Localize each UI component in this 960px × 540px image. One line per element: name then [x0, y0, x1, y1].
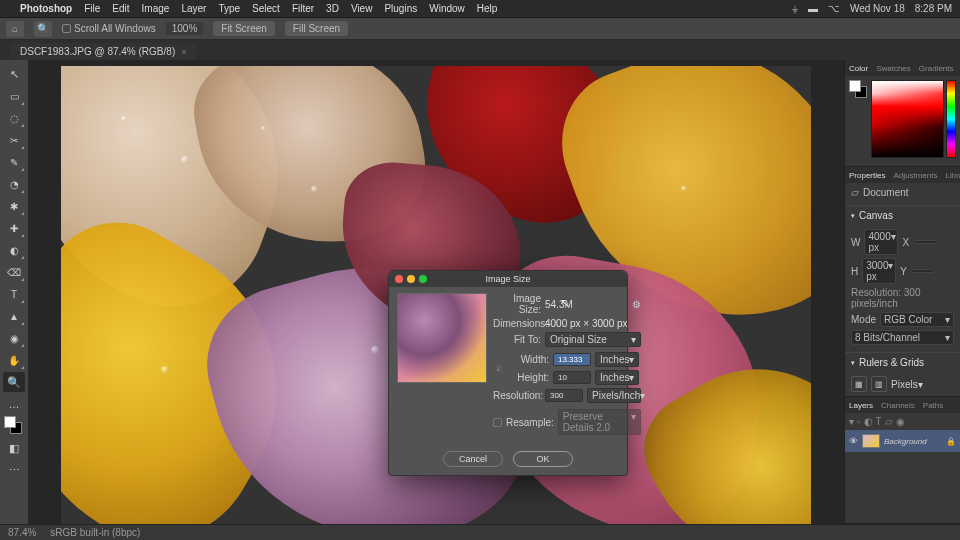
menu-help[interactable]: Help — [477, 3, 498, 14]
crop-tool[interactable]: ✂ — [3, 130, 25, 150]
battery-icon[interactable]: ▬ — [808, 3, 818, 14]
menu-edit[interactable]: Edit — [112, 3, 129, 14]
layer-filter-bar[interactable]: ▾▫◐T▱◉ — [845, 413, 960, 430]
status-date[interactable]: Wed Nov 18 — [850, 3, 905, 14]
layer-thumbnail[interactable] — [862, 434, 880, 448]
lasso-tool[interactable]: ◌ — [3, 108, 25, 128]
zoom-tool[interactable]: 🔍 — [3, 372, 25, 392]
home-icon[interactable]: ⌂ — [6, 21, 24, 37]
lock-icon[interactable]: 🔒 — [946, 437, 956, 446]
marquee-tool[interactable]: ▭ — [3, 86, 25, 106]
layer-row-background[interactable]: 👁 Background 🔒 — [845, 430, 960, 452]
width-input[interactable]: 13.333 — [553, 353, 591, 366]
x-label: X — [902, 237, 909, 248]
gradient-tool[interactable]: ◐ — [3, 240, 25, 260]
menu-filter[interactable]: Filter — [292, 3, 314, 14]
resolution-input[interactable]: 300 — [545, 389, 583, 402]
menu-window[interactable]: Window — [429, 3, 465, 14]
close-window-icon[interactable] — [395, 275, 403, 283]
cancel-button[interactable]: Cancel — [443, 451, 503, 467]
close-tab-icon[interactable]: × — [181, 47, 186, 57]
minimize-window-icon[interactable] — [407, 275, 415, 283]
grid-icon[interactable]: ▥ — [871, 376, 887, 392]
status-zoom[interactable]: 87.4% — [8, 527, 36, 538]
pen-tool[interactable]: ▲ — [3, 306, 25, 326]
menu-3d[interactable]: 3D — [326, 3, 339, 14]
menu-image[interactable]: Image — [142, 3, 170, 14]
menu-file[interactable]: File — [84, 3, 100, 14]
color-panel: Color Swatches Gradients Patterns — [845, 60, 960, 167]
shape-tool[interactable]: ◉ — [3, 328, 25, 348]
width-unit-select[interactable]: Inches▾ — [595, 352, 639, 367]
chevron-down-icon[interactable]: ▾ — [851, 212, 855, 220]
document-tab-label: DSCF1983.JPG @ 87.4% (RGB/8) — [20, 46, 175, 57]
move-tool[interactable]: ↖ — [3, 64, 25, 84]
dialog-preview — [397, 293, 487, 383]
color-field[interactable] — [871, 80, 944, 158]
ruler-unit-select[interactable]: Pixels▾ — [891, 379, 941, 390]
spot-heal-tool[interactable]: ◔ — [3, 174, 25, 194]
width-label: Width: — [507, 354, 549, 365]
tab-color[interactable]: Color — [849, 64, 868, 73]
canvas-height-input[interactable]: 3000 px▾ — [862, 258, 896, 284]
fill-screen-button[interactable]: Fill Screen — [285, 21, 348, 36]
wifi-icon[interactable]: ⏚ — [792, 3, 798, 14]
hue-slider[interactable] — [946, 80, 956, 158]
quick-mask-icon[interactable]: ◧ — [3, 438, 25, 458]
rulers-icon[interactable]: ▦ — [851, 376, 867, 392]
gear-icon[interactable]: ⚙ — [632, 299, 641, 310]
eyedropper-tool[interactable]: ✎ — [3, 152, 25, 172]
clone-stamp-tool[interactable]: ✚ — [3, 218, 25, 238]
layer-name[interactable]: Background — [884, 437, 927, 446]
tools-palette: ↖ ▭ ◌ ✂ ✎ ◔ ✱ ✚ ◐ ⌫ T ▲ ◉ ✋ 🔍 … ◧ ⋯ — [0, 60, 28, 524]
scroll-all-windows-checkbox[interactable]: Scroll All Windows — [62, 23, 156, 34]
tab-libraries[interactable]: Libraries — [946, 171, 961, 180]
tab-gradients[interactable]: Gradients — [919, 64, 954, 73]
chevron-down-icon: ▾ — [629, 372, 634, 383]
hand-tool[interactable]: ✋ — [3, 350, 25, 370]
tab-swatches[interactable]: Swatches — [876, 64, 911, 73]
fit-screen-button[interactable]: Fit Screen — [213, 21, 275, 36]
screen-mode-icon[interactable]: ⋯ — [3, 460, 25, 480]
ok-button[interactable]: OK — [513, 451, 573, 467]
dialog-titlebar[interactable]: Image Size — [389, 271, 627, 287]
tab-channels[interactable]: Channels — [881, 401, 915, 410]
canvas-x-input[interactable] — [913, 240, 937, 244]
zoom-window-icon[interactable] — [419, 275, 427, 283]
canvas-y-input[interactable] — [911, 269, 935, 273]
status-profile[interactable]: sRGB built-in (8bpc) — [50, 527, 140, 538]
fit-to-select[interactable]: Original Size▾ — [545, 332, 641, 347]
tab-layers[interactable]: Layers — [849, 401, 873, 410]
menu-plugins[interactable]: Plugins — [384, 3, 417, 14]
tab-paths[interactable]: Paths — [923, 401, 943, 410]
constrain-proportions-icon[interactable]: ⟀ — [493, 352, 505, 385]
color-swatch-tool[interactable] — [3, 416, 25, 436]
zoom-value-input[interactable]: 100% — [166, 22, 204, 35]
control-center-icon[interactable]: ⌥ — [828, 3, 840, 14]
menu-select[interactable]: Select — [252, 3, 280, 14]
foreground-background-swatch[interactable] — [849, 80, 869, 100]
color-mode-select[interactable]: RGB Color▾ — [880, 312, 954, 327]
tab-properties[interactable]: Properties — [849, 171, 885, 180]
edit-toolbar-icon[interactable]: … — [3, 394, 25, 414]
eraser-tool[interactable]: ⌫ — [3, 262, 25, 282]
type-tool[interactable]: T — [3, 284, 25, 304]
status-time[interactable]: 8:28 PM — [915, 3, 952, 14]
canvas-width-input[interactable]: 4000 px▾ — [864, 229, 898, 255]
tab-adjustments[interactable]: Adjustments — [893, 171, 937, 180]
resolution-unit-select[interactable]: Pixels/Inch▾ — [587, 388, 641, 403]
document-tab[interactable]: DSCF1983.JPG @ 87.4% (RGB/8) × — [10, 43, 196, 60]
zoom-tool-icon[interactable]: 🔍 — [34, 21, 52, 37]
menu-layer[interactable]: Layer — [181, 3, 206, 14]
resample-checkbox[interactable] — [493, 418, 502, 427]
menu-type[interactable]: Type — [218, 3, 240, 14]
chevron-down-icon[interactable]: ▾ — [851, 359, 855, 367]
bit-depth-select[interactable]: 8 Bits/Channel▾ — [851, 330, 954, 345]
height-input[interactable]: 10 — [553, 371, 591, 384]
menu-view[interactable]: View — [351, 3, 373, 14]
app-menu[interactable]: Photoshop — [20, 3, 72, 14]
brush-tool[interactable]: ✱ — [3, 196, 25, 216]
y-label: Y — [900, 266, 907, 277]
height-unit-select[interactable]: Inches▾ — [595, 370, 639, 385]
visibility-icon[interactable]: 👁 — [849, 436, 858, 446]
